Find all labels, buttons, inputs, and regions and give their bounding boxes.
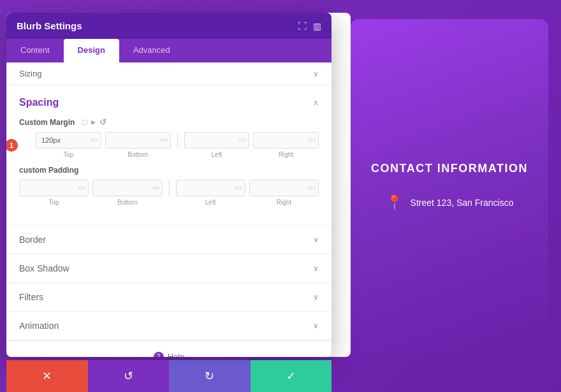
reset-icon[interactable]: ↺: [99, 117, 106, 127]
margin-top-input-wrapper: </>: [36, 132, 101, 149]
fullscreen-icon[interactable]: ⛶: [298, 21, 307, 31]
help-icon: ?: [154, 352, 164, 358]
tab-advanced[interactable]: Advanced: [119, 39, 184, 62]
redo-button[interactable]: ↻: [169, 360, 251, 392]
box-shadow-chevron-icon: ∨: [313, 264, 319, 273]
sizing-section-header[interactable]: Sizing ∨: [6, 62, 332, 85]
help-bar: ? Help: [6, 340, 332, 357]
tab-design[interactable]: Design: [64, 39, 119, 62]
padding-divider-spacer: [166, 199, 172, 206]
filters-section[interactable]: Filters ∨: [6, 283, 332, 312]
animation-chevron-icon: ∨: [313, 321, 319, 330]
sizing-chevron-icon: ∨: [313, 69, 319, 78]
margin-bottom-code-icon: </>: [159, 137, 168, 143]
custom-margin-label: Custom Margin: [19, 118, 75, 127]
action-bar: ✕ ↺ ↻ ✓: [6, 360, 332, 392]
custom-padding-wrapper: custom Padding </> </> </>: [19, 166, 319, 206]
padding-input-labels: Top Bottom Left Right: [19, 199, 319, 206]
padding-right-input-wrapper: </>: [249, 180, 319, 196]
padding-left-code-icon: </>: [235, 185, 243, 191]
animation-label: Animation: [19, 321, 59, 331]
modal-content: Spacing ∧ Custom Margin □ ▸ ↺ 1: [6, 85, 332, 357]
margin-icons: □ ▸ ↺: [82, 117, 106, 127]
padding-input-row: </> </> </> </>: [19, 180, 319, 196]
pin-icon: 📍: [386, 194, 403, 211]
contact-address-item: 📍 Street 123, San Francisco: [386, 194, 514, 211]
confirm-button[interactable]: ✓: [251, 360, 332, 392]
padding-right-code-icon: </>: [308, 185, 316, 191]
responsive-icon[interactable]: □: [82, 117, 87, 127]
margin-top-label: Top: [36, 151, 101, 158]
margin-right-label: Right: [253, 151, 319, 158]
border-label: Border: [19, 235, 46, 245]
right-panel: CONTACT INFORMATION 📍 Street 123, San Fr…: [351, 19, 548, 354]
padding-left-label: Left: [176, 199, 245, 206]
margin-num-badge-container: 1 </> </> </>: [19, 132, 319, 158]
contact-address: Street 123, San Francisco: [411, 198, 514, 208]
spacing-title: Spacing: [19, 97, 59, 108]
modal-title: Blurb Settings: [17, 20, 82, 31]
spacing-chevron-icon[interactable]: ∧: [313, 98, 319, 107]
margin-badge: 1: [6, 139, 18, 152]
margin-divider: [177, 132, 178, 149]
spacing-section-header: Spacing ∧: [19, 97, 319, 108]
sizing-label: Sizing: [19, 69, 41, 78]
margin-input-labels: Top Bottom Left Right: [36, 151, 319, 158]
custom-margin-label-row: Custom Margin □ ▸ ↺: [19, 117, 319, 127]
spacing-section: Spacing ∧ Custom Margin □ ▸ ↺ 1: [6, 85, 332, 226]
tabs: Content Design Advanced: [6, 39, 332, 62]
custom-padding-label-row: custom Padding: [19, 166, 319, 175]
border-section[interactable]: Border ∨: [6, 226, 332, 254]
padding-left-input-wrapper: </>: [176, 180, 245, 196]
columns-icon[interactable]: ▥: [313, 21, 321, 31]
custom-padding-label: custom Padding: [19, 166, 78, 175]
modal-header: Blurb Settings ⛶ ▥: [6, 13, 332, 39]
contact-title: CONTACT INFORMATION: [371, 162, 528, 175]
padding-top-input-wrapper: </>: [19, 180, 89, 196]
padding-top-code-icon: </>: [78, 185, 86, 191]
margin-input-row: </> </> </> </>: [36, 132, 319, 149]
padding-divider: [169, 180, 170, 196]
padding-top-label: Top: [19, 199, 89, 206]
padding-right-label: Right: [249, 199, 319, 206]
margin-left-input-wrapper: </>: [184, 132, 250, 149]
border-chevron-icon: ∨: [313, 235, 319, 244]
filters-label: Filters: [19, 292, 43, 302]
margin-top-code-icon: </>: [91, 137, 99, 143]
cancel-button[interactable]: ✕: [6, 360, 88, 392]
undo-button[interactable]: ↺: [88, 360, 170, 392]
animation-section[interactable]: Animation ∨: [6, 312, 332, 340]
modal-header-icons: ⛶ ▥: [298, 21, 321, 31]
margin-left-code-icon: </>: [238, 137, 247, 143]
padding-bottom-input-wrapper: </>: [92, 180, 162, 196]
box-shadow-section[interactable]: Box Shadow ∨: [6, 254, 332, 283]
margin-right-code-icon: </>: [308, 137, 316, 143]
padding-bottom-label: Bottom: [92, 199, 162, 206]
margin-divider-spacer: [175, 151, 180, 158]
filters-chevron-icon: ∨: [313, 293, 319, 301]
box-shadow-label: Box Shadow: [19, 263, 69, 273]
padding-bottom-code-icon: </>: [151, 185, 159, 191]
blurb-settings-modal: Blurb Settings ⛶ ▥ Content Design Advanc…: [6, 13, 332, 357]
help-link[interactable]: ? Help: [154, 352, 185, 358]
help-label: Help: [168, 352, 185, 357]
tab-content[interactable]: Content: [6, 39, 64, 62]
cursor-icon[interactable]: ▸: [91, 117, 96, 127]
margin-left-label: Left: [184, 151, 250, 158]
margin-bottom-input-wrapper: </>: [105, 132, 171, 149]
margin-right-input-wrapper: </>: [253, 132, 319, 149]
custom-margin-wrapper: Custom Margin □ ▸ ↺ 1 </>: [19, 117, 319, 158]
margin-bottom-label: Bottom: [105, 151, 171, 158]
